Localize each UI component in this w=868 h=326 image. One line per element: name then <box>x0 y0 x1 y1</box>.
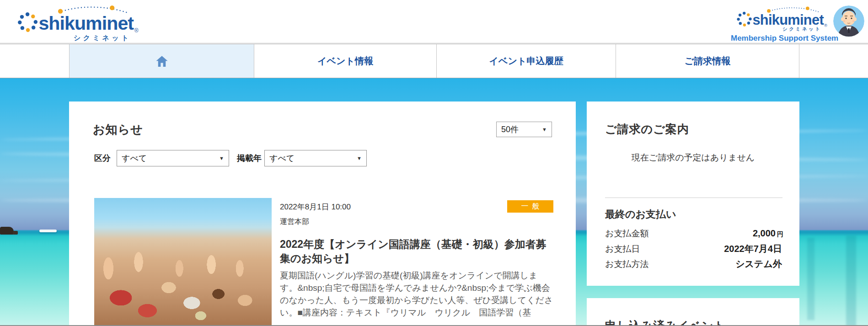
svg-text:シクミネット: シクミネット <box>782 26 821 31</box>
notice-list-item[interactable]: 2022年8月1日 10:00 一般 運営本部 2022年度【オンライン国語講座… <box>69 198 576 326</box>
category-filter-select[interactable]: すべて ▼ <box>117 150 229 166</box>
billing-panel: ご請求のご案内 現在ご請求の予定はありません 最終のお支払い お支払金額 2,0… <box>587 102 799 286</box>
notice-excerpt: 夏期国語(ハングル)学習の基礎(初級)講座をオンラインで開講します。&nbsp;… <box>280 269 553 320</box>
tab-event-info[interactable]: イベント情報 <box>254 44 436 78</box>
chevron-down-icon: ▼ <box>219 155 224 161</box>
home-icon <box>154 54 170 69</box>
billing-title: ご請求のご案内 <box>605 122 689 137</box>
dot-ring-icon <box>18 12 38 32</box>
water-reflection <box>846 235 856 326</box>
payment-label: お支払日 <box>605 243 640 255</box>
payment-unit: 円 <box>777 230 783 238</box>
notices-title: お知らせ <box>93 122 143 138</box>
year-filter-select[interactable]: すべて ▼ <box>264 150 367 166</box>
notice-title: 2022年度【オンライン国語講座（基礎・初級）参加者募集のお知らせ】 <box>280 237 553 266</box>
payment-value: システム外 <box>735 259 782 269</box>
payment-label: お支払方法 <box>605 258 648 270</box>
header: shikuminet ® シクミネット shikuminet ® シクミネット … <box>0 0 868 43</box>
notice-thumbnail <box>94 198 272 326</box>
payment-label: お支払金額 <box>605 228 648 240</box>
rock-island <box>13 231 18 235</box>
applied-events-panel: 申し込み済みイベント <box>587 298 799 326</box>
payment-date-row: お支払日 2022年7月4日 <box>605 243 783 258</box>
shikuminet-logo[interactable]: shikuminet ® シクミネット <box>12 3 149 42</box>
svg-text:®: ® <box>824 23 827 28</box>
divider <box>605 198 782 198</box>
notice-author: 運営本部 <box>280 217 553 227</box>
year-filter-label: 掲載年 <box>237 150 262 166</box>
rock-island <box>0 227 14 235</box>
last-payment-title: 最終のお支払い <box>605 208 676 221</box>
boat <box>39 230 57 232</box>
category-filter-label: 区分 <box>94 150 111 166</box>
payment-value: 2022年7月4日 <box>724 244 782 254</box>
water-reflection <box>807 238 814 320</box>
tagline: Membership Support System <box>731 34 837 43</box>
logo-kana: シクミネット <box>74 34 131 42</box>
tab-event-history[interactable]: イベント申込履歴 <box>436 44 616 78</box>
payment-method-row: お支払方法 システム外 <box>605 258 783 273</box>
user-avatar[interactable] <box>833 5 864 37</box>
svg-text:®: ® <box>134 27 139 34</box>
svg-text:shikuminet: shikuminet <box>38 13 134 34</box>
category-filter-value: すべて <box>122 153 147 164</box>
svg-text:shikuminet: shikuminet <box>752 12 824 28</box>
chevron-down-icon: ▼ <box>357 155 362 161</box>
chevron-down-icon: ▼ <box>542 127 547 132</box>
tab-home[interactable] <box>69 44 254 78</box>
payment-value: 2,000 <box>753 228 776 238</box>
last-payment-rows: お支払金額 2,000円 お支払日 2022年7月4日 お支払方法 システム外 <box>605 228 783 273</box>
tab-label: イベント申込履歴 <box>489 55 563 67</box>
payment-amount-row: お支払金額 2,000円 <box>605 228 783 243</box>
billing-empty-message: 現在ご請求の予定はありません <box>587 152 799 164</box>
tab-billing-info[interactable]: ご請求情報 <box>616 44 799 78</box>
main-nav: イベント情報 イベント申込履歴 ご請求情報 <box>0 44 868 78</box>
notice-category-badge: 一般 <box>507 200 553 213</box>
per-page-value: 50件 <box>501 124 519 135</box>
tab-label: イベント情報 <box>317 55 373 67</box>
tab-label: ご請求情報 <box>685 55 730 67</box>
header-brand-block: shikuminet ® シクミネット Membership Support S… <box>731 5 837 43</box>
notice-body: 2022年8月1日 10:00 一般 運営本部 2022年度【オンライン国語講座… <box>280 198 553 326</box>
per-page-select[interactable]: 50件 ▼ <box>496 122 552 137</box>
notices-panel: お知らせ 50件 ▼ 区分 すべて ▼ 掲載年 すべて ▼ 2022年8月1日 … <box>69 102 576 326</box>
shikuminet-logo-small[interactable]: shikuminet ® シクミネット <box>736 5 832 31</box>
year-filter-value: すべて <box>269 153 295 164</box>
